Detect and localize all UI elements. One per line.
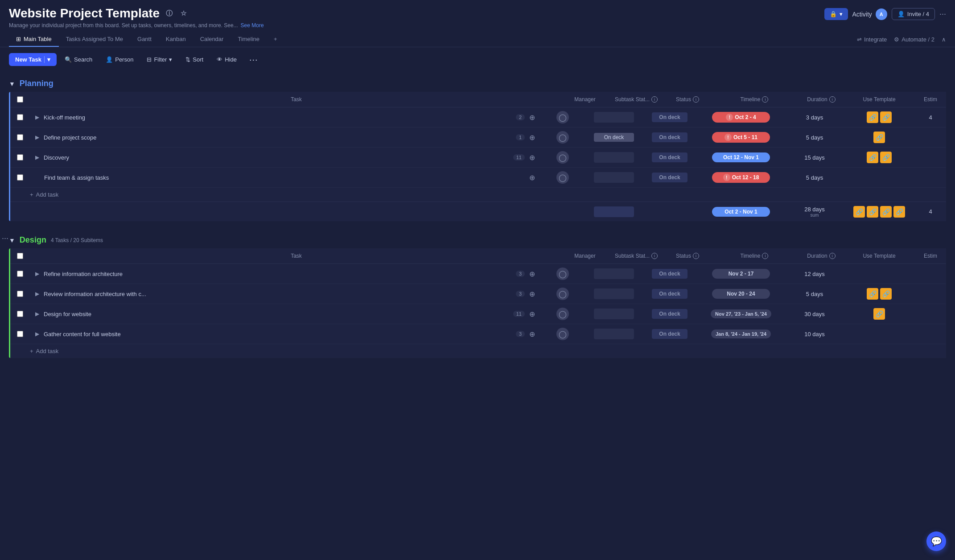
expand-button[interactable]: ▶ xyxy=(33,133,41,141)
collapse-button[interactable]: ∧ xyxy=(942,36,946,43)
row-check[interactable] xyxy=(10,331,30,337)
person-avatar[interactable]: ◯ xyxy=(556,328,569,340)
status-cell[interactable]: On deck xyxy=(643,305,696,322)
person-avatar[interactable]: ◯ xyxy=(556,151,569,164)
add-subtask-icon[interactable]: ⊕ xyxy=(527,310,537,318)
row-check[interactable] xyxy=(10,271,30,277)
automate-button[interactable]: ⚙ Automate / 2 xyxy=(894,36,934,43)
template-icon[interactable]: 🔗 xyxy=(867,206,878,218)
tab-kanban[interactable]: Kanban xyxy=(159,32,193,47)
checkbox-all-design[interactable] xyxy=(17,253,23,259)
row-check[interactable] xyxy=(10,291,30,297)
status-cell[interactable]: On deck xyxy=(643,285,696,302)
checkbox[interactable] xyxy=(17,174,23,181)
chat-button[interactable]: 💬 xyxy=(926,531,946,551)
star-icon[interactable]: ☆ xyxy=(178,8,188,18)
person-avatar[interactable]: ◯ xyxy=(556,131,569,144)
checkbox[interactable] xyxy=(17,271,23,277)
timeline-cell[interactable]: ! Oct 2 - 4 xyxy=(696,108,786,126)
checkbox[interactable] xyxy=(17,134,23,140)
search-button[interactable]: 🔍 Search xyxy=(59,54,98,66)
add-subtask-icon[interactable]: ⊕ xyxy=(527,330,537,338)
row-check[interactable] xyxy=(10,311,30,317)
status-cell[interactable]: On deck xyxy=(643,325,696,342)
sort-button[interactable]: ⇅ Sort xyxy=(180,54,209,66)
checkbox[interactable] xyxy=(17,291,23,297)
status-cell[interactable]: On deck xyxy=(643,149,696,166)
add-subtask-icon[interactable]: ⊕ xyxy=(527,133,537,142)
expand-button[interactable]: ▶ xyxy=(33,310,41,318)
subtask-info-icon[interactable]: i xyxy=(651,96,658,103)
more-options-button[interactable]: ··· xyxy=(939,9,946,19)
template-icon[interactable]: 🔗 xyxy=(867,111,878,123)
row-check[interactable] xyxy=(10,114,30,120)
new-task-caret[interactable]: ▾ xyxy=(44,56,50,63)
person-button[interactable]: 👤 Person xyxy=(100,54,139,66)
design-subtask-info-icon[interactable]: i xyxy=(651,253,658,259)
template-icon[interactable]: 🔗 xyxy=(867,288,878,300)
checkbox[interactable] xyxy=(17,311,23,317)
person-avatar[interactable]: ◯ xyxy=(556,288,569,300)
expand-button[interactable]: ▶ xyxy=(33,270,41,278)
template-icon[interactable]: 🔗 xyxy=(880,206,892,218)
new-task-button[interactable]: New Task ▾ xyxy=(9,53,57,66)
expand-button[interactable]: ▶ xyxy=(33,153,41,161)
design-add-task-button[interactable]: + Add task xyxy=(10,344,946,358)
checkbox-all-planning[interactable] xyxy=(17,96,23,103)
row-check[interactable] xyxy=(10,154,30,161)
row-check[interactable] xyxy=(10,174,30,181)
expand-button[interactable]: ▶ xyxy=(33,290,41,298)
timeline-cell[interactable]: Nov 2 - 17 xyxy=(696,265,786,282)
template-icon[interactable]: 🔗 xyxy=(853,206,865,218)
template-icon[interactable]: 🔗 xyxy=(893,206,905,218)
timeline-info-icon[interactable]: i xyxy=(762,96,768,103)
tab-calendar[interactable]: Calendar xyxy=(193,32,231,47)
activity-button[interactable]: Activity A xyxy=(852,8,887,20)
checkbox[interactable] xyxy=(17,114,23,120)
add-subtask-icon[interactable]: ⊕ xyxy=(527,113,537,122)
add-subtask-icon[interactable]: ⊕ xyxy=(527,153,537,162)
person-avatar[interactable]: ◯ xyxy=(556,308,569,320)
person-avatar[interactable]: ◯ xyxy=(556,111,569,124)
see-more-link[interactable]: See More xyxy=(241,22,264,29)
design-status-info-icon[interactable]: i xyxy=(693,253,699,259)
timeline-cell[interactable]: ! Oct 5 - 11 xyxy=(696,128,786,146)
planning-collapse-button[interactable]: ▼ xyxy=(9,80,15,87)
add-task-button[interactable]: + Add task xyxy=(10,188,946,202)
person-avatar[interactable]: ◯ xyxy=(556,171,569,184)
status-cell[interactable]: On deck xyxy=(643,265,696,282)
tab-tasks-assigned[interactable]: Tasks Assigned To Me xyxy=(59,32,130,47)
template-icon[interactable]: 🔗 xyxy=(880,288,892,300)
timeline-cell[interactable]: Oct 12 - Nov 1 xyxy=(696,149,786,166)
hide-button[interactable]: 👁 Hide xyxy=(211,54,242,66)
tab-main-table[interactable]: ⊞ Main Table xyxy=(9,32,59,47)
info-icon[interactable]: ⓘ xyxy=(164,8,174,18)
design-collapse-button[interactable]: ▼ xyxy=(9,237,15,244)
design-timeline-info-icon[interactable]: i xyxy=(762,253,768,259)
template-icon[interactable]: 🔗 xyxy=(880,152,892,163)
template-icon[interactable]: 🔗 xyxy=(867,152,878,163)
integrate-button[interactable]: ⇌ Integrate xyxy=(857,36,887,43)
add-subtask-icon[interactable]: ⊕ xyxy=(527,270,537,278)
tab-timeline[interactable]: Timeline xyxy=(231,32,267,47)
expand-button[interactable]: ▶ xyxy=(33,113,41,121)
checkbox[interactable] xyxy=(17,154,23,161)
add-subtask-icon[interactable]: ⊕ xyxy=(527,290,537,298)
tab-gantt[interactable]: Gantt xyxy=(130,32,159,47)
check-all-design[interactable] xyxy=(10,253,30,259)
invite-button[interactable]: 👤 Invite / 4 xyxy=(892,8,935,20)
add-subtask-icon[interactable]: ⊕ xyxy=(527,173,537,182)
design-menu-icon[interactable]: ··· xyxy=(2,234,8,243)
lock-button[interactable]: 🔒 ▾ xyxy=(824,8,848,20)
checkbox[interactable] xyxy=(17,331,23,337)
design-duration-info-icon[interactable]: i xyxy=(829,253,836,259)
timeline-cell[interactable]: Jan 8, '24 - Jan 19, '24 xyxy=(696,326,786,342)
template-icon[interactable]: 🔗 xyxy=(880,111,892,123)
expand-button[interactable]: ▶ xyxy=(33,330,41,338)
person-avatar[interactable]: ◯ xyxy=(556,268,569,280)
timeline-cell[interactable]: ! Oct 12 - 18 xyxy=(696,169,786,186)
timeline-cell[interactable]: Nov 20 - 24 xyxy=(696,285,786,302)
check-all-planning[interactable] xyxy=(10,96,30,103)
more-toolbar-button[interactable]: ··· xyxy=(245,52,263,67)
row-check[interactable] xyxy=(10,134,30,140)
